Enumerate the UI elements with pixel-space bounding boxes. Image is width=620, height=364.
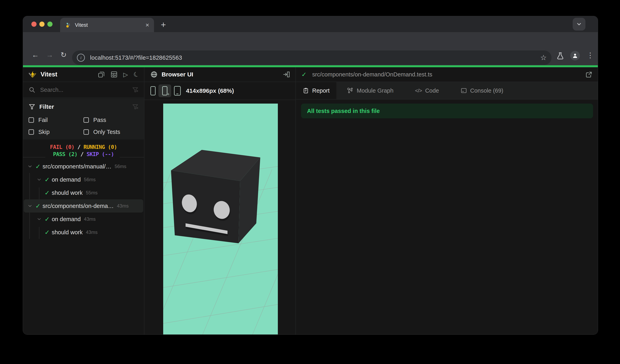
run-all-play-icon[interactable]: ▷ [123, 71, 128, 78]
forward-button[interactable]: → [46, 51, 53, 58]
skip-label: Skip [38, 129, 49, 135]
fail-count: FAIL (0) [50, 144, 74, 150]
new-tab-button[interactable]: + [161, 20, 166, 30]
tab-console[interactable]: Console (69) [454, 82, 510, 99]
pass-check-icon: ✓ [45, 229, 50, 236]
close-window-button[interactable] [31, 22, 37, 27]
tree-row-file-selected[interactable]: ✓ src/components/on-dema… 43ms [23, 199, 144, 213]
fail-checkbox-box[interactable] [29, 117, 34, 123]
tab-search-button[interactable] [573, 18, 586, 30]
pass-check-icon: ✓ [45, 176, 50, 183]
duration-badge: 43ms [117, 203, 129, 209]
tab-close-icon[interactable]: × [145, 22, 149, 28]
duration-badge: 55ms [86, 190, 98, 196]
clipboard-icon [303, 87, 309, 94]
chevron-down-icon[interactable] [27, 164, 32, 169]
browser-menu-kebab-icon[interactable]: ⋮ [587, 52, 594, 59]
only-tests-checkbox-box[interactable] [83, 129, 89, 135]
running-count: RUNNING (0) [83, 144, 117, 150]
browser-tab[interactable]: Vitest × [60, 18, 154, 32]
browser-preview-panel: Browser UI + 414x896px (68%) [144, 67, 296, 335]
duration-badge: 43ms [84, 216, 96, 222]
bookmark-star-icon[interactable]: ☆ [540, 54, 547, 62]
tab-module-graph[interactable]: Module Graph [340, 82, 400, 99]
browser-toolbar: ← → ↻ i localhost:5173/#/?file=182862556… [23, 32, 598, 65]
chevron-down-icon [576, 21, 582, 27]
tab-code-label: Code [425, 87, 439, 94]
tree-row-test[interactable]: ✓ should work 55ms [23, 186, 144, 199]
tab-strip: Vitest × + [23, 16, 598, 32]
viewport-size-label: 414x896px (68%) [186, 87, 234, 94]
dark-mode-moon-icon[interactable]: ☾ [132, 70, 140, 79]
tree-row-suite[interactable]: ✓ on demand 56ms [23, 173, 144, 186]
pass-check-icon: ✓ [45, 216, 50, 223]
chevron-down-icon[interactable] [37, 217, 42, 222]
maximize-window-button[interactable] [47, 22, 53, 27]
profile-avatar[interactable] [570, 51, 580, 60]
chevron-down-icon[interactable] [27, 203, 32, 208]
preview-title: Browser UI [162, 71, 193, 78]
small-phone-device-icon[interactable] [150, 86, 155, 95]
collapse-panels-icon[interactable] [98, 71, 105, 78]
only-tests-label: Only Tests [93, 129, 120, 135]
all-tests-passed-banner: All tests passed in this file [301, 103, 593, 118]
search-input[interactable] [40, 87, 132, 93]
code-icon: </> [415, 87, 422, 94]
duration-badge: 43ms [86, 230, 98, 235]
tab-code[interactable]: </> Code [408, 82, 446, 99]
test-case-label: should work [52, 229, 83, 236]
checkbox-pass[interactable]: Pass [83, 117, 139, 123]
module-graph-icon [347, 87, 354, 94]
tablet-device-icon[interactable] [174, 86, 181, 96]
results-tab-bar: Report Module Graph </> Code Console (69… [296, 82, 598, 100]
test-file-path: src/components/on-demand/OnDemand.test.t… [312, 71, 432, 78]
experiments-flask-icon[interactable] [556, 52, 565, 60]
tab-report[interactable]: Report [296, 82, 336, 99]
open-panel-right-icon[interactable] [283, 71, 290, 78]
tab-module-graph-label: Module Graph [357, 87, 393, 94]
pass-check-icon: ✓ [45, 189, 50, 197]
tree-row-file[interactable]: ✓ src/components/manual/… 56ms [23, 160, 144, 173]
site-info-icon[interactable]: i [77, 54, 85, 62]
globe-icon [150, 71, 158, 78]
skip-count: SKIP (--) [87, 151, 114, 157]
chevron-down-icon[interactable] [37, 177, 42, 182]
pass-check-icon: ✓ [35, 163, 41, 170]
test-suite-label: on demand [52, 216, 81, 222]
open-external-icon[interactable] [585, 71, 593, 78]
selected-phone-device-button[interactable]: + [158, 84, 171, 97]
tree-row-suite[interactable]: ✓ on demand 43ms [23, 213, 144, 226]
fail-label: Fail [38, 117, 48, 123]
pass-checkbox-box[interactable] [83, 117, 89, 123]
address-bar[interactable]: i localhost:5173/#/?file=1828625563 ☆ [72, 50, 552, 65]
dashboard-icon[interactable] [110, 71, 118, 78]
test-browser-viewport[interactable] [163, 103, 278, 335]
reload-button[interactable]: ↻ [61, 51, 66, 58]
tab-console-label: Console (69) [470, 87, 503, 94]
back-button[interactable]: ← [32, 51, 39, 58]
app-title: Vitest [41, 71, 57, 78]
filter-funnel-icon [29, 103, 35, 110]
vitest-favicon-icon [65, 22, 71, 28]
screen: Vitest × + ← → ↻ i localhost:5173/#/?fil… [0, 0, 620, 364]
vitest-logo-icon [28, 70, 37, 79]
skip-checkbox-box[interactable] [29, 129, 34, 135]
tab-report-label: Report [312, 87, 330, 94]
file-pass-check-icon: ✓ [301, 71, 307, 78]
test-results-panel: ✓ src/components/on-demand/OnDemand.test… [296, 67, 598, 335]
tree-row-test[interactable]: ✓ should work 43ms [23, 226, 144, 239]
checkbox-only-tests[interactable]: Only Tests [83, 129, 139, 135]
vitest-progress-bar [23, 65, 598, 67]
search-row [23, 82, 144, 98]
minimize-window-button[interactable] [39, 22, 45, 27]
checkbox-fail[interactable]: Fail [29, 117, 83, 123]
checkbox-skip[interactable]: Skip [29, 129, 83, 135]
pass-check-icon: ✓ [35, 202, 41, 210]
clear-search-filter-icon[interactable] [132, 87, 139, 93]
clear-filter-icon[interactable] [132, 103, 139, 110]
filter-title: Filter [39, 103, 54, 110]
banner-text: All tests passed in this file [307, 108, 380, 114]
terminal-icon [461, 87, 467, 94]
phone-plus-device-icon [162, 86, 167, 95]
test-explorer-sidebar: Vitest ▷ ☾ [23, 67, 144, 335]
